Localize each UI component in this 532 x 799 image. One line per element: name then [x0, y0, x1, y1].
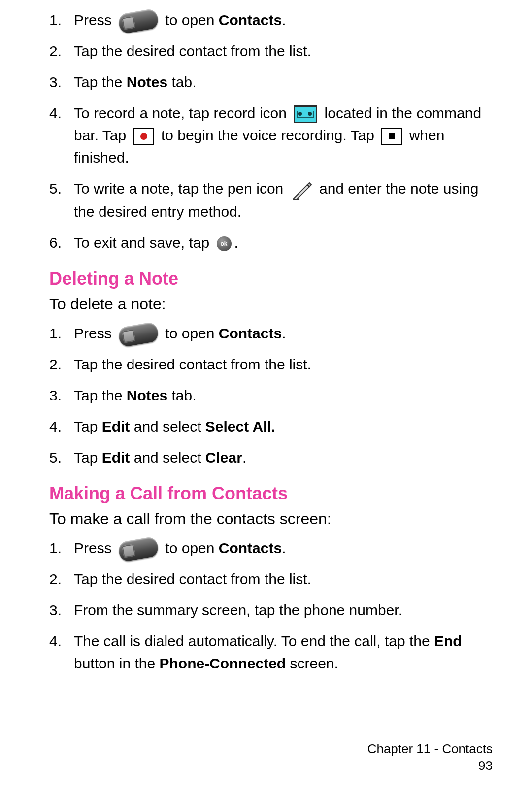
- contacts-button-icon: [117, 8, 160, 34]
- list-number: 5.: [49, 177, 74, 200]
- list-body: To record a note, tap record icon locate…: [74, 102, 493, 168]
- list-item: 2. Tap the desired contact from the list…: [49, 568, 493, 590]
- list-number: 1.: [49, 9, 74, 31]
- list-item: 1. Press to open Contacts.: [49, 322, 493, 344]
- list-body: Press to open Contacts.: [74, 537, 493, 559]
- list-item: 5. Tap Edit and select Clear.: [49, 446, 493, 468]
- list-item: 2. Tap the desired contact from the list…: [49, 40, 493, 62]
- list-item: 5. To write a note, tap the pen icon and…: [49, 177, 493, 223]
- intro-text: To make a call from the contacts screen:: [49, 510, 493, 528]
- heading-making-call: Making a Call from Contacts: [49, 483, 493, 504]
- list-number: 1.: [49, 322, 74, 344]
- list-item: 1. Press to open Contacts.: [49, 537, 493, 559]
- record-start-icon: [133, 128, 154, 145]
- contacts-button-icon: [117, 322, 160, 348]
- heading-deleting-note: Deleting a Note: [49, 268, 493, 289]
- list-body: Press to open Contacts.: [74, 322, 493, 344]
- list-item: 6. To exit and save, tap ok.: [49, 232, 493, 254]
- page-footer: Chapter 11 - Contacts 93: [367, 741, 493, 774]
- list-item: 4. To record a note, tap record icon loc…: [49, 102, 493, 168]
- list-number: 3.: [49, 71, 74, 93]
- list-item: 3. From the summary screen, tap the phon…: [49, 599, 493, 621]
- list-item: 4. The call is dialed automatically. To …: [49, 630, 493, 674]
- list-item: 1. Press to open Contacts.: [49, 9, 493, 31]
- pen-icon: [291, 179, 312, 200]
- list-body: Tap Edit and select Clear.: [74, 446, 493, 468]
- list-body: The call is dialed automatically. To end…: [74, 630, 493, 674]
- list-number: 6.: [49, 232, 74, 254]
- list-item: 4. Tap Edit and select Select All.: [49, 415, 493, 437]
- record-stop-icon: [381, 128, 402, 145]
- list-number: 3.: [49, 384, 74, 406]
- record-cassette-icon: [294, 105, 317, 123]
- list-number: 2.: [49, 353, 74, 375]
- list-number: 4.: [49, 415, 74, 437]
- contacts-button-icon: [117, 536, 160, 563]
- list-body: To write a note, tap the pen icon and en…: [74, 177, 493, 223]
- list-number: 3.: [49, 599, 74, 621]
- list-item: 3. Tap the Notes tab.: [49, 71, 493, 93]
- list-number: 4.: [49, 630, 74, 652]
- list-body: From the summary screen, tap the phone n…: [74, 599, 493, 621]
- list-item: 3. Tap the Notes tab.: [49, 384, 493, 406]
- list-body: Press to open Contacts.: [74, 9, 493, 31]
- list-number: 2.: [49, 40, 74, 62]
- list-item: 2. Tap the desired contact from the list…: [49, 353, 493, 375]
- document-page: 1. Press to open Contacts. 2. Tap the de…: [0, 0, 532, 799]
- list-number: 1.: [49, 537, 74, 559]
- list-body: Tap the desired contact from the list.: [74, 568, 493, 590]
- ok-button-icon: ok: [217, 236, 232, 251]
- recording-note-list: 1. Press to open Contacts. 2. Tap the de…: [49, 9, 493, 254]
- footer-chapter: Chapter 11 - Contacts: [367, 741, 493, 758]
- list-body: To exit and save, tap ok.: [74, 232, 493, 254]
- list-body: Tap the Notes tab.: [74, 71, 493, 93]
- footer-page-number: 93: [367, 758, 493, 774]
- list-number: 5.: [49, 446, 74, 468]
- making-call-list: 1. Press to open Contacts. 2. Tap the de…: [49, 537, 493, 674]
- list-body: Tap the desired contact from the list.: [74, 40, 493, 62]
- deleting-note-list: 1. Press to open Contacts. 2. Tap the de…: [49, 322, 493, 468]
- list-body: Tap the Notes tab.: [74, 384, 493, 406]
- list-body: Tap the desired contact from the list.: [74, 353, 493, 375]
- list-number: 4.: [49, 102, 74, 124]
- list-number: 2.: [49, 568, 74, 590]
- list-body: Tap Edit and select Select All.: [74, 415, 493, 437]
- intro-text: To delete a note:: [49, 295, 493, 313]
